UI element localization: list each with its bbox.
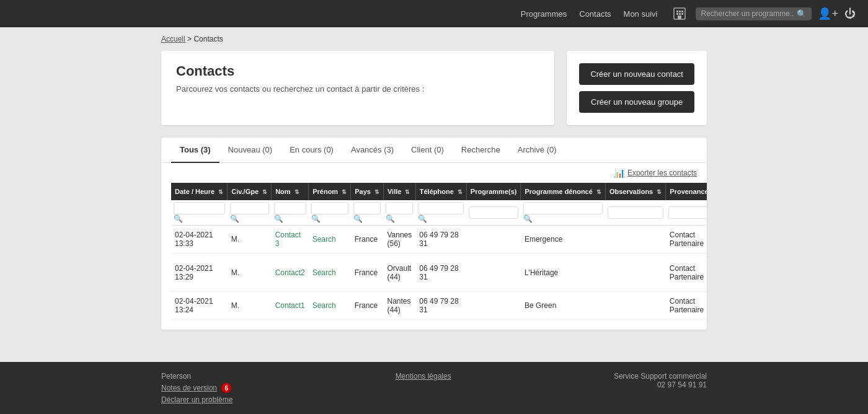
cell-observations-1: [605, 253, 665, 292]
footer-right: Service Support commercial 02 97 54 91 9…: [614, 372, 707, 389]
footer-username: Peterson: [161, 372, 232, 381]
sort-icon-date: ⇅: [218, 189, 223, 195]
svg-rect-6: [681, 13, 683, 15]
filter-observations[interactable]: [608, 206, 663, 219]
col-provenance[interactable]: Provenance ⇅: [666, 183, 707, 200]
power-icon[interactable]: ⏻: [844, 7, 856, 20]
tabs-bar: Tous (3) Nouveau (0) En cours (0) Avancé…: [161, 138, 707, 163]
cell-ville-1: Orvault (44): [383, 253, 415, 292]
contacts-table: Date / Heure ⇅ Civ./Gpe ⇅ Nom ⇅ Prénom: [171, 183, 707, 320]
filter-civ[interactable]: [230, 202, 269, 214]
col-pays[interactable]: Pays ⇅: [351, 183, 384, 200]
create-group-button[interactable]: Créer un nouveau groupe: [579, 91, 694, 113]
search-icon[interactable]: 🔍: [797, 9, 807, 19]
tab-archive[interactable]: Archivé (0): [509, 138, 565, 163]
svg-rect-2: [679, 11, 681, 12]
filter-nom[interactable]: [274, 202, 306, 214]
cell-nom-2[interactable]: Contact1: [272, 292, 309, 320]
contacts-info-card: Contacts Parcourez vos contacts ou reche…: [161, 51, 554, 125]
contact-nom-link-0[interactable]: Contact 3: [275, 231, 301, 248]
nav-mon-suivi[interactable]: Mon suivi: [624, 9, 658, 19]
tab-nouveau[interactable]: Nouveau (0): [219, 138, 281, 163]
sort-icon-nom: ⇅: [294, 189, 299, 195]
nav-contacts[interactable]: Contacts: [579, 9, 611, 19]
breadcrumb-current: Contacts: [193, 35, 223, 43]
cell-programme-denonce-1: L'Héritage: [521, 253, 605, 292]
col-civ[interactable]: Civ./Gpe ⇅: [228, 183, 272, 200]
col-programmes[interactable]: Programme(s): [466, 183, 521, 200]
contact-nom-link-1[interactable]: Contact2: [275, 268, 305, 277]
contact-prenom-link-0[interactable]: Search: [312, 235, 336, 244]
filter-pays[interactable]: [353, 202, 381, 214]
filter-programmes[interactable]: [469, 206, 518, 219]
breadcrumb-home[interactable]: Accueil: [161, 35, 185, 43]
cell-provenance-2: Contact Partenaire: [666, 292, 707, 320]
declare-problem-link[interactable]: Déclarer un problème: [161, 395, 232, 404]
export-label[interactable]: Exporter les contacts: [627, 169, 697, 177]
cell-prenom-1[interactable]: Search: [309, 253, 351, 292]
tab-avances[interactable]: Avancés (3): [342, 138, 402, 163]
top-section: Contacts Parcourez vos contacts ou reche…: [161, 51, 707, 125]
col-telephone[interactable]: Téléphone ⇅: [415, 183, 466, 200]
footer: Peterson Notes de version 6 Déclarer un …: [0, 362, 868, 414]
cell-observations-2: [605, 292, 665, 320]
export-link[interactable]: 📊 Exporter les contacts: [614, 168, 697, 178]
tab-recherche[interactable]: Recherche: [453, 138, 509, 163]
col-programme-denonce[interactable]: Programme dénoncé ⇅: [521, 183, 605, 200]
sort-icon-ville: ⇅: [405, 189, 410, 195]
contacts-table-wrapper: Date / Heure ⇅ Civ./Gpe ⇅ Nom ⇅ Prénom: [161, 183, 707, 330]
add-user-icon[interactable]: 👤+: [818, 7, 838, 20]
svg-rect-5: [679, 13, 681, 15]
tab-tous[interactable]: Tous (3): [171, 138, 219, 163]
footer-left: Peterson Notes de version 6 Déclarer un …: [161, 372, 232, 404]
filter-provenance[interactable]: [668, 206, 707, 219]
breadcrumb: Accueil > Contacts: [161, 35, 707, 43]
cell-ville-2: Nantes (44): [383, 292, 415, 320]
cell-nom-0[interactable]: Contact 3: [272, 226, 309, 253]
tab-en-cours[interactable]: En cours (0): [281, 138, 342, 163]
sort-icon-telephone: ⇅: [458, 189, 463, 195]
svg-rect-3: [681, 11, 683, 12]
mentions-legales-link[interactable]: Mentions légales: [396, 372, 451, 381]
cell-prenom-0[interactable]: Search: [309, 226, 351, 253]
header: Programmes Contacts Mon suivi 🔍 👤+ ⏻: [0, 0, 868, 27]
notes-link[interactable]: Notes de version: [161, 384, 217, 392]
cell-nom-1[interactable]: Contact2: [272, 253, 309, 292]
contact-nom-link-2[interactable]: Contact1: [275, 301, 305, 310]
cell-telephone-1: 06 49 79 28 31: [415, 253, 466, 292]
filter-date[interactable]: [174, 202, 225, 214]
filter-programme-denonce[interactable]: [523, 202, 603, 214]
nav-programmes[interactable]: Programmes: [521, 9, 567, 19]
col-nom[interactable]: Nom ⇅: [272, 183, 309, 200]
col-date[interactable]: Date / Heure ⇅: [171, 183, 228, 200]
breadcrumb-separator: >: [187, 35, 193, 43]
version-badge: 6: [221, 383, 231, 393]
col-observations[interactable]: Observations ⇅: [605, 183, 665, 200]
filter-ville[interactable]: [386, 202, 413, 214]
filter-telephone[interactable]: [418, 202, 464, 214]
cell-pays-2: France: [351, 292, 384, 320]
table-header-row: Date / Heure ⇅ Civ./Gpe ⇅ Nom ⇅ Prénom: [171, 183, 707, 200]
filter-prenom[interactable]: [311, 202, 348, 214]
col-prenom[interactable]: Prénom ⇅: [309, 183, 351, 200]
building-icon[interactable]: [670, 4, 689, 24]
svg-rect-7: [678, 15, 681, 19]
table-row: 02-04-2021 13:29 M. Contact2 Search Fran…: [171, 253, 707, 292]
page-title: Contacts: [176, 63, 539, 79]
breadcrumb-area: Accueil > Contacts: [0, 27, 868, 51]
cell-telephone-0: 06 49 79 28 31: [415, 226, 466, 253]
cell-prenom-2[interactable]: Search: [309, 292, 351, 320]
sort-icon-observations: ⇅: [657, 189, 662, 195]
cell-pays-0: France: [351, 226, 384, 253]
cell-civ-1: M.: [228, 253, 272, 292]
search-box[interactable]: 🔍: [696, 7, 812, 20]
cell-civ-2: M.: [228, 292, 272, 320]
search-input[interactable]: [701, 9, 794, 18]
col-ville[interactable]: Ville ⇅: [383, 183, 415, 200]
create-contact-button[interactable]: Créer un nouveau contact: [579, 63, 694, 85]
contact-prenom-link-1[interactable]: Search: [312, 268, 336, 277]
actions-card: Créer un nouveau contact Créer un nouvea…: [567, 51, 707, 125]
table-section: Tous (3) Nouveau (0) En cours (0) Avancé…: [161, 138, 707, 330]
contact-prenom-link-2[interactable]: Search: [312, 301, 336, 310]
tab-client[interactable]: Client (0): [402, 138, 453, 163]
